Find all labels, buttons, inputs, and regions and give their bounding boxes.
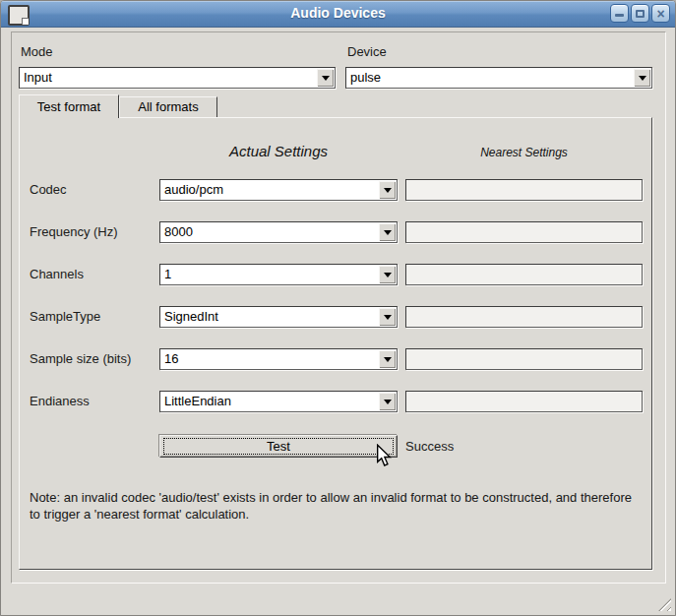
note-text: Note: an invalid codec 'audio/test' exis… [30,489,644,523]
sampletype-value: SignedInt [164,309,218,324]
sampletype-select[interactable]: SignedInt [159,306,398,328]
resize-grip[interactable] [658,598,671,611]
maximize-button[interactable] [631,4,649,23]
mode-value: Input [24,70,52,85]
window-menu-icon-fold [22,18,29,25]
audio-devices-window: Audio Devices × Mode Input Device pulse … [0,0,676,616]
actual-settings-header: Actual Settings [159,143,398,159]
tab-all-formats[interactable]: All formats [119,96,217,117]
device-select[interactable]: pulse [345,67,652,89]
endianess-label: Endianess [30,394,90,408]
dropdown-arrow-icon [379,350,396,368]
close-button[interactable]: × [651,4,670,23]
window-title: Audio Devices [1,1,675,27]
frequency-label: Frequency (Hz) [30,224,118,239]
endianess-select[interactable]: LittleEndian [159,391,398,412]
samplesize-select[interactable]: 16 [159,348,398,370]
focus-rect [163,438,394,455]
minimize-icon [615,14,624,17]
endianess-value: LittleEndian [164,394,231,408]
samplesize-label: Sample size (bits) [30,351,131,366]
device-value: pulse [350,70,381,85]
channels-select[interactable]: 1 [159,264,398,285]
dropdown-arrow-icon [379,266,396,283]
window-menu-icon[interactable] [8,5,30,26]
titlebar[interactable]: Audio Devices × [1,1,675,28]
dropdown-arrow-icon [317,69,334,87]
frequency-value: 8000 [164,224,193,239]
channels-label: Channels [30,267,84,281]
codec-nearest-field [405,179,643,201]
frequency-select[interactable]: 8000 [159,221,398,243]
sampletype-label: SampleType [30,309,100,324]
codec-value: audio/pcm [164,182,223,197]
sampletype-nearest-field [405,306,643,328]
channels-nearest-field [405,264,643,285]
dropdown-arrow-icon [379,223,396,241]
close-icon: × [656,7,664,21]
tab-test-format[interactable]: Test format [19,94,119,118]
dropdown-arrow-icon [634,69,650,87]
dropdown-arrow-icon [379,393,396,410]
mode-label: Mode [21,44,53,59]
frequency-nearest-field [405,221,643,243]
samplesize-value: 16 [164,351,178,366]
channels-value: 1 [164,267,171,281]
dropdown-arrow-icon [379,308,396,326]
device-label: Device [347,44,387,59]
mode-select[interactable]: Input [19,67,336,89]
test-button[interactable]: Test [159,435,398,458]
codec-label: Codec [30,182,67,197]
status-text: Success [405,439,454,454]
maximize-icon [636,10,645,18]
samplesize-nearest-field [405,348,643,370]
minimize-button[interactable] [610,4,629,23]
codec-select[interactable]: audio/pcm [159,179,398,201]
nearest-settings-header: Nearest Settings [405,146,643,159]
tab-panel: Actual Settings Nearest Settings Codec a… [19,117,652,570]
dropdown-arrow-icon [379,181,396,199]
endianess-nearest-field [405,391,643,412]
